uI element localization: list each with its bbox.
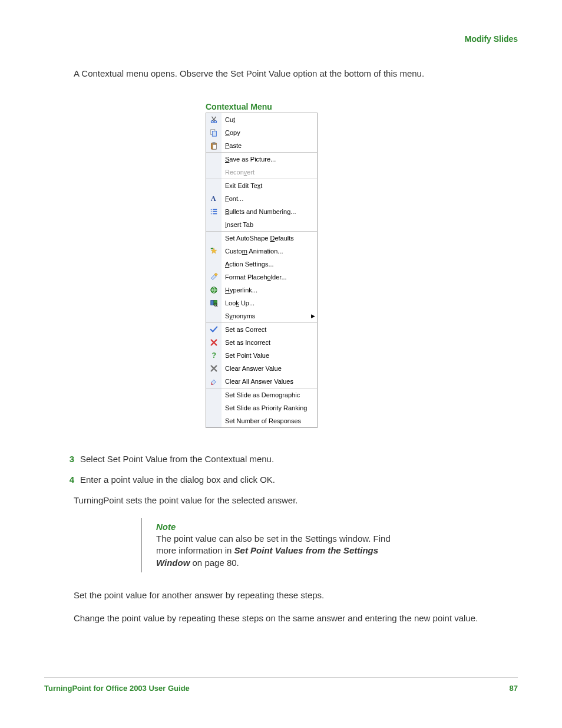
svg-rect-3 <box>212 131 216 136</box>
menu-item[interactable]: Bullets and Numbering... <box>206 205 317 218</box>
menu-item[interactable]: Set Slide as Demographic <box>206 388 317 401</box>
step-3-text: Select Set Point Value from the Contextu… <box>80 454 274 464</box>
menu-icon-empty <box>206 166 222 179</box>
menu-icon-empty <box>206 218 222 231</box>
menu-icon-empty <box>206 153 222 166</box>
check-icon <box>206 323 222 336</box>
menu-icon-empty <box>206 414 222 427</box>
step-4-text: Enter a point value in the dialog box an… <box>80 475 275 485</box>
menu-item[interactable]: Insert Tab <box>206 218 317 231</box>
bullets-icon <box>206 205 222 218</box>
body-text-3: Change the point value by repeating thes… <box>74 613 518 623</box>
menu-item-label: Save as Picture... <box>222 156 317 163</box>
menu-item-label: Set Number of Responses <box>222 417 317 424</box>
menu-item[interactable]: Exit Edit Text <box>206 179 317 192</box>
lookup-icon <box>206 297 222 309</box>
menu-item[interactable]: Save as Picture... <box>206 153 317 166</box>
menu-title: Contextual Menu <box>206 102 318 111</box>
note-title: Note <box>156 522 404 532</box>
menu-item-label: Exit Edit Text <box>222 182 317 189</box>
qmark-icon: ? <box>206 349 222 362</box>
menu-item[interactable]: Format Placeholder... <box>206 271 317 284</box>
menu-item[interactable]: Custom Animation... <box>206 245 317 258</box>
format-icon <box>206 271 222 284</box>
menu-item[interactable]: Hyperlink... <box>206 284 317 297</box>
svg-point-1 <box>214 121 217 123</box>
body-text-1: TurningPoint sets the point value for th… <box>74 495 518 505</box>
menu-icon-empty <box>206 388 222 401</box>
svg-rect-9 <box>213 209 217 210</box>
menu-item-label: Set Point Value <box>222 352 317 359</box>
menu-icon-empty <box>206 232 222 245</box>
menu-item-label: Set Slide as Demographic <box>222 391 317 398</box>
anim-icon <box>206 245 222 258</box>
menu-item-label: Bullets and Numbering... <box>222 208 317 215</box>
menu-item-label: Clear All Answer Values <box>222 378 317 385</box>
eraser-icon <box>206 375 222 388</box>
menu-item-label: Action Settings... <box>222 261 317 268</box>
menu-item-label: Copy <box>222 129 317 136</box>
paste-icon <box>206 139 222 152</box>
menu-item[interactable]: Action Settings... <box>206 258 317 271</box>
svg-rect-6 <box>213 144 216 149</box>
note-body: The point value can also be set in the S… <box>156 533 404 569</box>
menu-icon-empty <box>206 401 222 414</box>
menu-item[interactable]: Clear All Answer Values <box>206 375 317 388</box>
menu-item[interactable]: ?Set Point Value <box>206 349 317 362</box>
svg-rect-13 <box>213 213 217 215</box>
menu-item-label: Set as Correct <box>222 326 317 333</box>
menu-item[interactable]: Set AutoShape Defaults <box>206 232 317 245</box>
intro-text: A Contextual menu opens. Observe the Set… <box>74 68 518 78</box>
svg-point-0 <box>211 121 213 123</box>
svg-rect-11 <box>213 211 217 212</box>
footer-doc-title: TurningPoint for Office 2003 User Guide <box>44 684 190 693</box>
svg-text:?: ? <box>212 351 216 360</box>
menu-item[interactable]: Synonyms▶ <box>206 309 317 322</box>
svg-text:A: A <box>211 195 216 203</box>
xgray-icon <box>206 362 222 375</box>
menu-item[interactable]: Set Slide as Priority Ranking <box>206 401 317 414</box>
menu-item[interactable]: Set Number of Responses <box>206 414 317 427</box>
menu-item-label: Set as Incorrect <box>222 339 317 346</box>
menu-item-label: Set AutoShape Defaults <box>222 235 317 242</box>
menu-item-label: Font... <box>222 195 317 202</box>
fontA-icon: A <box>206 192 222 205</box>
menu-item[interactable]: Look Up... <box>206 297 317 309</box>
step-number-3: 3 <box>60 454 74 464</box>
menu-item[interactable]: Cut <box>206 113 317 126</box>
menu-item[interactable]: Set as Incorrect <box>206 336 317 349</box>
svg-rect-16 <box>211 301 214 305</box>
menu-item-label: Look Up... <box>222 299 317 307</box>
svg-rect-5 <box>212 142 215 144</box>
menu-item[interactable]: AFont... <box>206 192 317 205</box>
menu-item-label: Synonyms <box>222 312 309 319</box>
page-footer: TurningPoint for Office 2003 User Guide … <box>44 677 518 693</box>
menu-icon-empty <box>206 309 222 322</box>
svg-point-8 <box>211 209 212 210</box>
xred-icon <box>206 336 222 349</box>
copy-icon <box>206 126 222 139</box>
menu-item[interactable]: Clear Answer Value <box>206 362 317 375</box>
menu-item-label: Clear Answer Value <box>222 365 317 372</box>
cut-icon <box>206 113 222 126</box>
footer-page-number: 87 <box>510 684 518 693</box>
submenu-arrow-icon: ▶ <box>309 313 317 319</box>
svg-point-10 <box>211 211 212 212</box>
svg-point-12 <box>211 213 212 215</box>
hyper-icon <box>206 284 222 297</box>
menu-item-label: Set Slide as Priority Ranking <box>222 404 317 411</box>
step-number-4: 4 <box>60 475 74 485</box>
menu-item[interactable]: Set as Correct <box>206 323 317 336</box>
menu-icon-empty <box>206 258 222 271</box>
menu-item: Reconvert <box>206 166 317 179</box>
menu-item-label: Insert Tab <box>222 221 317 228</box>
page-header: Modify Slides <box>44 34 518 44</box>
menu-item-label: Cut <box>222 116 317 123</box>
contextual-menu: CutCopyPasteSave as Picture...ReconvertE… <box>206 113 318 428</box>
menu-item[interactable]: Paste <box>206 139 317 152</box>
menu-item-label: Paste <box>222 142 317 149</box>
menu-item-label: Custom Animation... <box>222 248 317 255</box>
menu-item[interactable]: Copy <box>206 126 317 139</box>
menu-item-label: Reconvert <box>222 169 317 176</box>
menu-item-label: Hyperlink... <box>222 286 317 294</box>
